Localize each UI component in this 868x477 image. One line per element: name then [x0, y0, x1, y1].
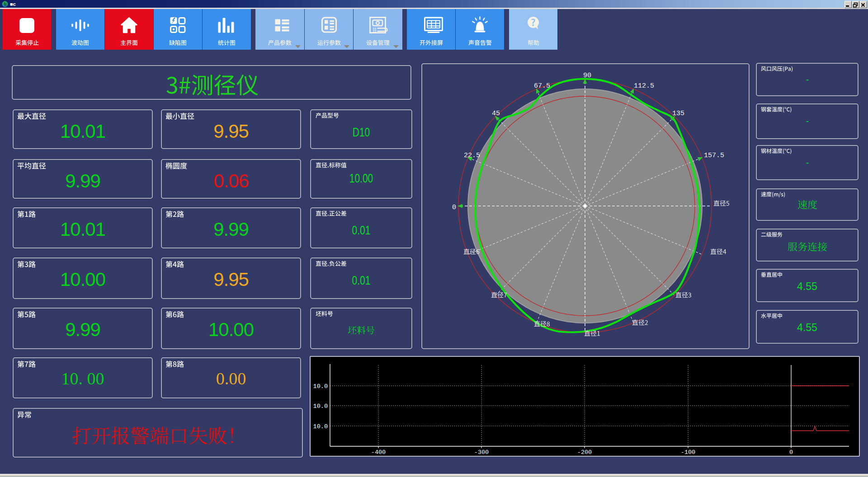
svg-text:10.0: 10.0 [313, 403, 328, 410]
svg-text:-100: -100 [681, 449, 695, 456]
svg-text:10.0: 10.0 [313, 423, 328, 430]
svg-text:-400: -400 [371, 449, 386, 456]
svg-text:0: 0 [789, 449, 793, 456]
svg-text:-300: -300 [474, 449, 489, 456]
svg-text:-200: -200 [577, 449, 592, 456]
svg-text:10.0: 10.0 [313, 383, 328, 390]
